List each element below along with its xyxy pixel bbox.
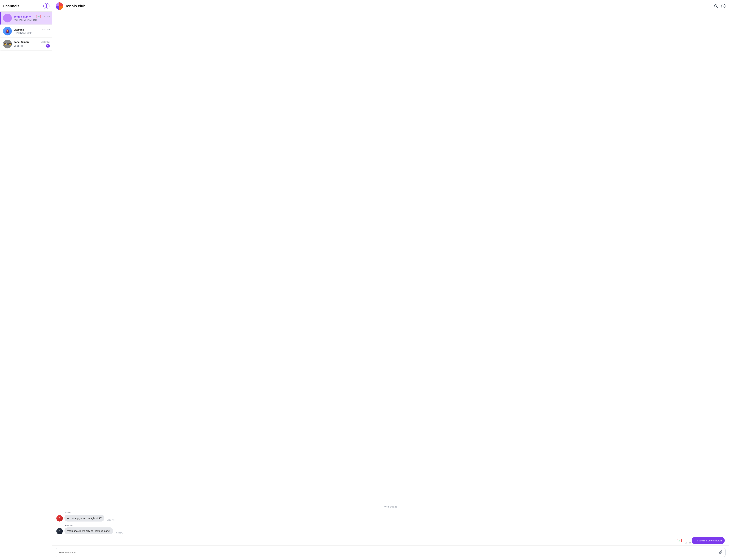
message-bubble-edward: Yeah should we play at Heritage park? bbox=[64, 527, 113, 534]
channel-preview-tennis: I'm down. See ya'll later! bbox=[14, 19, 37, 21]
channel-item-tennis-club[interactable]: Tennis club 35 7:30 PM I' bbox=[0, 12, 52, 25]
message-group-edward: Edward E Yeah should we play at Heritage… bbox=[52, 523, 729, 536]
avatar-tennis-club bbox=[3, 14, 12, 22]
messages-area: Wed, Dec 21 Gabie G Are you guys free to… bbox=[52, 12, 729, 545]
avatar-edward: E bbox=[56, 528, 63, 534]
channel-info-tennis: Tennis club 35 7:30 PM I' bbox=[14, 15, 50, 21]
chat-area: Tennis club Wed, Dec 21 bbox=[52, 0, 729, 560]
sender-name-gabie: Gabie bbox=[65, 511, 725, 514]
chat-header-avatar bbox=[56, 2, 63, 10]
info-button[interactable] bbox=[721, 4, 726, 8]
channel-list: Tennis club 35 7:30 PM I' bbox=[0, 12, 52, 560]
chat-header: Tennis club bbox=[52, 0, 729, 12]
attach-button[interactable] bbox=[719, 550, 723, 555]
search-icon bbox=[714, 4, 718, 8]
date-divider: Wed, Dec 21 bbox=[52, 503, 729, 510]
sidebar-title: Channels bbox=[3, 4, 19, 8]
channel-name-row: Tennis club 35 7:30 PM bbox=[14, 15, 50, 18]
new-channel-button[interactable] bbox=[43, 3, 49, 9]
message-input-area bbox=[52, 545, 729, 560]
double-checkmark-svg bbox=[37, 16, 40, 18]
svg-line-4 bbox=[717, 7, 718, 8]
message-group-own: 7:30 PM I'm down. See ya'll later! bbox=[52, 536, 729, 545]
svg-point-6 bbox=[723, 5, 723, 5]
channel-name-tennis: Tennis club 35 bbox=[14, 15, 31, 18]
chat-title: Tennis club bbox=[65, 4, 86, 8]
info-icon bbox=[721, 4, 726, 8]
messages-spacer bbox=[52, 12, 729, 503]
channel-name-row-jasmine: Jasmine 9:41 AM bbox=[14, 28, 50, 31]
double-check-icon-sidebar bbox=[36, 15, 41, 18]
own-message-time-row: 7:30 PM I'm down. See ya'll later! bbox=[56, 537, 725, 544]
channel-time-jasmine: 9:41 AM bbox=[42, 28, 50, 31]
chat-header-left: Tennis club bbox=[56, 2, 86, 10]
avatar-gabie: G bbox=[56, 515, 63, 522]
unread-count-tennis: 35 bbox=[29, 15, 31, 18]
sidebar-header: Channels bbox=[0, 0, 52, 12]
channel-preview-row-jasmine: Hey How are you? bbox=[14, 32, 50, 34]
search-button[interactable] bbox=[714, 4, 718, 8]
channel-info-jane-simon: Jane, Simon Yesterday Spain.jpg 9 bbox=[14, 41, 50, 48]
message-input[interactable] bbox=[59, 551, 717, 554]
avatar-jane-simon: 👩 👦 bbox=[3, 40, 12, 48]
channel-name-jane-simon: Jane, Simon bbox=[14, 41, 29, 43]
sender-name-edward: Edward bbox=[65, 524, 725, 527]
message-time-gabie: 7:30 PM bbox=[107, 519, 115, 521]
double-checkmark-own bbox=[678, 540, 681, 542]
channel-item-jane-simon[interactable]: 👩 👦 Jane, Simon Yesterday Spain.jpg 9 bbox=[0, 38, 52, 51]
channel-preview-row-tennis: I'm down. See ya'll later! bbox=[14, 19, 50, 21]
message-bubble-gabie: Are you guys free tonight at 7? bbox=[64, 515, 104, 522]
paperclip-icon bbox=[719, 550, 723, 554]
sidebar: Channels Tennis club 35 bbox=[0, 0, 52, 560]
channel-name-jasmine: Jasmine bbox=[14, 28, 24, 31]
channel-name-row-jane-simon: Jane, Simon Yesterday bbox=[14, 41, 50, 43]
unread-badge-jane-simon: 9 bbox=[46, 44, 50, 48]
chat-header-actions bbox=[714, 4, 726, 8]
channel-time-tennis: 7:30 PM bbox=[42, 15, 50, 18]
channel-info-jasmine: Jasmine 9:41 AM Hey How are you? bbox=[14, 28, 50, 34]
channel-item-jasmine[interactable]: 🧕 Jasmine 9:41 AM Hey How are you? bbox=[0, 25, 52, 38]
time-check-row: 7:30 PM bbox=[36, 15, 50, 18]
plus-circle-icon bbox=[45, 4, 48, 8]
message-group-gabie: Gabie G Are you guys free tonight at 7? … bbox=[52, 510, 729, 523]
own-message-time: 7:30 PM bbox=[683, 542, 691, 544]
channel-preview-row-jane-simon: Spain.jpg 9 bbox=[14, 44, 50, 48]
channel-preview-jasmine: Hey How are you? bbox=[14, 32, 32, 34]
message-row-edward: E Yeah should we play at Heritage park? … bbox=[56, 527, 725, 534]
channel-time-jane-simon: Yesterday bbox=[41, 41, 50, 43]
channel-preview-jane-simon: Spain.jpg bbox=[14, 45, 23, 47]
double-check-icon-msg bbox=[677, 539, 682, 542]
message-time-edward: 7:30 PM bbox=[116, 532, 123, 534]
own-message-bubble: I'm down. See ya'll later! bbox=[692, 537, 725, 544]
message-row-gabie: G Are you guys free tonight at 7? 7:30 P… bbox=[56, 515, 725, 522]
message-input-container bbox=[56, 548, 726, 557]
avatar-jasmine: 🧕 bbox=[3, 27, 12, 35]
